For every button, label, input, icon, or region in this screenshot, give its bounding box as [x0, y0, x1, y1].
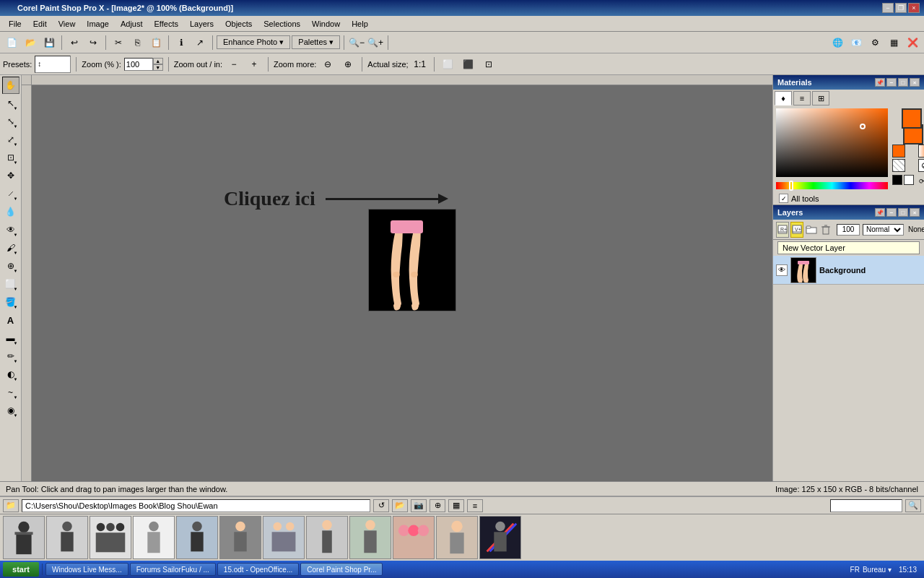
menu-file[interactable]: File	[3, 18, 27, 30]
new-btn[interactable]: 📄	[3, 34, 20, 51]
tool-straighten[interactable]: ⟋▼	[2, 185, 19, 202]
tool-preset[interactable]: ◉▼	[2, 402, 19, 419]
layers-pin-btn[interactable]: 📌	[875, 208, 885, 217]
open-btn[interactable]: 📂	[22, 34, 39, 51]
table-row[interactable]: 👁 Background	[773, 256, 924, 285]
list-item[interactable]	[436, 516, 478, 559]
solid-color-icon[interactable]	[892, 144, 905, 158]
browser-camera-btn[interactable]: 📷	[411, 499, 427, 512]
minimize-button[interactable]: −	[882, 3, 894, 13]
browser-path-input[interactable]	[22, 499, 370, 512]
taskbar-mode[interactable]: Bureau ▾	[863, 566, 892, 574]
info-btn[interactable]: ℹ	[173, 34, 190, 51]
zoom-more-in[interactable]: ⊕	[339, 56, 357, 73]
gradient-icon[interactable]	[918, 144, 924, 158]
browser-icon-5[interactable]: ❌	[904, 34, 921, 51]
zoom-up[interactable]: ▲	[153, 58, 163, 64]
menu-selections[interactable]: Selections	[258, 18, 306, 30]
cut-btn[interactable]: ✂	[110, 34, 127, 51]
browser-icon-4[interactable]: ▦	[885, 34, 902, 51]
mat-tab-color[interactable]: ♦	[775, 91, 792, 105]
zoom-more-out[interactable]: ⊖	[319, 56, 336, 73]
white-swatch[interactable]	[904, 175, 914, 185]
save-btn[interactable]: 💾	[40, 34, 58, 51]
browser-grid-btn[interactable]: ▦	[448, 499, 464, 512]
taskbar-openoffice[interactable]: 15.odt - OpenOffice...	[217, 563, 299, 576]
select-btn[interactable]: ↗	[191, 34, 209, 51]
layers-maximize-btn[interactable]: □	[898, 208, 908, 217]
layers-minimize-btn[interactable]: −	[886, 208, 897, 217]
preset-selector[interactable]: ↕	[35, 56, 71, 73]
new-raster-layer-btn[interactable]: R+	[776, 222, 789, 238]
menu-view[interactable]: View	[53, 18, 82, 30]
tool-text[interactable]: A	[2, 311, 19, 329]
browser-list-btn[interactable]: ≡	[467, 499, 483, 512]
menu-help[interactable]: Help	[346, 18, 374, 30]
redo-btn[interactable]: ↪	[84, 34, 102, 51]
tool-transform[interactable]: ⤡▼	[2, 113, 19, 130]
copy-btn[interactable]: ⎘	[128, 34, 146, 51]
list-item[interactable]	[90, 516, 131, 559]
menu-effects[interactable]: Effects	[149, 18, 184, 30]
start-button[interactable]: start	[3, 562, 39, 577]
tool-deform[interactable]: ⤢▼	[2, 131, 19, 148]
list-item[interactable]	[176, 516, 218, 559]
all-tools-checkbox[interactable]: ✓	[779, 194, 788, 203]
tool-redeye[interactable]: 👁▼	[2, 221, 19, 238]
tool-pen[interactable]: ✏▼	[2, 348, 19, 365]
mat-tab-gradient[interactable]: ≡	[793, 91, 811, 105]
browser-folder-btn[interactable]: 📂	[392, 499, 408, 512]
list-item[interactable]	[46, 516, 88, 559]
tool-fill[interactable]: 🪣▼	[2, 293, 19, 311]
new-vector-layer-btn[interactable]: V+	[790, 222, 803, 238]
tool-dodge[interactable]: ◐▼	[2, 366, 19, 383]
foreground-color-swatch[interactable]	[902, 108, 922, 129]
maximize-panel-btn[interactable]: □	[898, 78, 908, 87]
tool-brush[interactable]: 🖌▼	[2, 239, 19, 256]
gradient2-icon[interactable]: ⟳	[915, 175, 924, 188]
opacity-input[interactable]: 100	[837, 224, 860, 236]
list-item[interactable]	[3, 516, 45, 559]
null-icon[interactable]: ⊘	[918, 159, 924, 172]
hue-slider[interactable]	[776, 182, 888, 189]
close-button[interactable]: ×	[908, 3, 920, 13]
fit-window-btn[interactable]: ⊡	[480, 56, 497, 73]
undo-btn[interactable]: ↩	[66, 34, 83, 51]
taskbar-messenger[interactable]: Windows Live Mess...	[45, 563, 128, 576]
list-item[interactable]	[393, 516, 435, 559]
list-item[interactable]	[479, 516, 521, 559]
zoom-down[interactable]: ▼	[153, 64, 163, 71]
tool-move[interactable]: ✥	[2, 167, 19, 184]
browser-refresh-btn[interactable]: ↺	[373, 499, 389, 512]
zoom-input[interactable]: 100	[124, 58, 153, 71]
paste-btn[interactable]: 📋	[147, 34, 165, 51]
minimize-panel-btn[interactable]: −	[886, 78, 897, 87]
restore-button[interactable]: ❐	[895, 3, 907, 13]
browser-icon-1[interactable]: 🌐	[829, 34, 846, 51]
pin-btn[interactable]: 📌	[875, 78, 885, 87]
enhance-photo-button[interactable]: Enhance Photo ▾	[217, 35, 290, 49]
zoom-out-btn[interactable]: 🔍−	[348, 34, 365, 51]
menu-adjust[interactable]: Adjust	[115, 18, 149, 30]
browser-search-input[interactable]	[830, 499, 902, 512]
new-group-layer-btn[interactable]	[805, 222, 818, 238]
layers-close-btn[interactable]: ×	[910, 208, 920, 217]
browser-icon-2[interactable]: 📧	[847, 34, 865, 51]
list-item[interactable]	[219, 516, 261, 559]
menu-layers[interactable]: Layers	[184, 18, 219, 30]
black-swatch[interactable]	[892, 175, 902, 185]
tool-dropper[interactable]: 💧	[2, 203, 19, 220]
list-item[interactable]	[263, 516, 305, 559]
tool-shape[interactable]: ▬▼	[2, 329, 19, 347]
fit-w-btn[interactable]: ⬜	[440, 56, 457, 73]
tool-smear[interactable]: ~▼	[2, 384, 19, 401]
mat-tab-pattern[interactable]: ⊞	[812, 91, 829, 105]
fit-h-btn[interactable]: ⬛	[460, 56, 477, 73]
tool-eraser[interactable]: ⬜▼	[2, 275, 19, 293]
tool-select[interactable]: ↖▼	[2, 95, 19, 112]
delete-layer-btn[interactable]	[819, 222, 832, 238]
blend-mode-select[interactable]: Normal Multiply Screen Overlay	[863, 224, 904, 236]
layer-visibility-icon[interactable]: 👁	[776, 264, 788, 276]
tool-crop[interactable]: ⊡▼	[2, 149, 19, 166]
tool-pan[interactable]: ✋	[2, 77, 19, 94]
